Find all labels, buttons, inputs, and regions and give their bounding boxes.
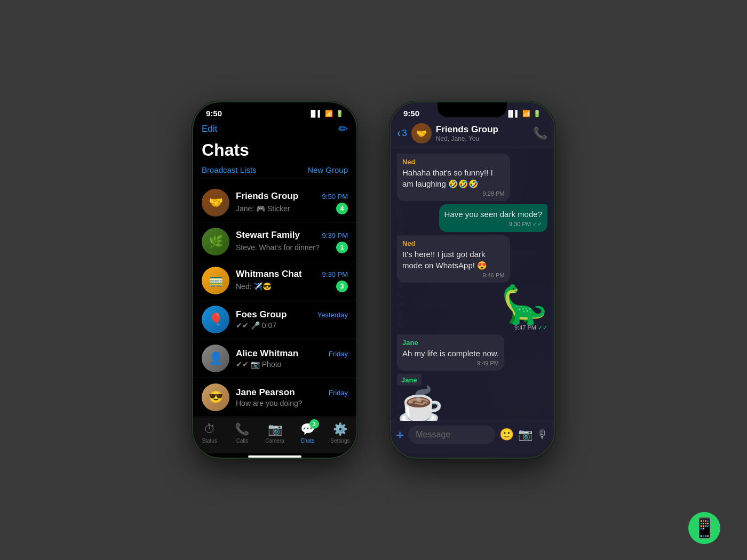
status-tab-icon: ⏱	[204, 422, 216, 436]
chats-title: Chats	[202, 140, 348, 160]
whatsapp-logo-icon: 📱	[693, 517, 717, 539]
msg-time-jane-1: 9:49 PM	[402, 360, 499, 366]
status-tab-label: Status	[202, 438, 217, 444]
chat-content-whitmans-chat: Whitmans Chat 9:30 PM Ned: ✈️😎 3	[236, 269, 348, 292]
checkmark-icon: ✓✓	[533, 221, 542, 227]
back-button[interactable]: ‹ 3	[397, 126, 407, 140]
chat-name-friends-group: Friends Group	[236, 191, 298, 202]
chat-content-stewart-family: Stewart Family 9:39 PM Steve: What's for…	[236, 230, 348, 253]
avatar-foes-group: 🎈	[202, 306, 229, 333]
message-input[interactable]: Message	[408, 426, 495, 444]
jane-label-text: Jane	[401, 376, 417, 384]
chat-detail-header: ‹ 3 🤝 Friends Group Ned, Jane, You 📞	[391, 120, 554, 148]
messages-area: Ned Hahaha that's so funny!! I am laughi…	[391, 148, 554, 421]
chat-time-alice-whitman: Friday	[329, 350, 348, 358]
chat-time-whitmans-chat: 9:30 PM	[322, 270, 348, 278]
notch	[240, 102, 309, 117]
sticker-coffee: ☕	[397, 388, 443, 421]
phone-2: 🎮🎵🎲🎭🎪🎨🎬🎯🎮🎵🎲🎭🎪🎨🎬🎯 🌟⭐💫✨🌟⭐💫✨🌟⭐💫✨🌟⭐💫✨ 🎮🎵🎲🎭🎪🎨…	[390, 101, 555, 459]
chat-content-foes-group: Foes Group Yesterday ✔✔ 🎤 0:07	[236, 309, 348, 330]
sticker-ned: 🦕 9:47 PM ✓✓	[501, 286, 547, 331]
chats-tab-badge: 3	[309, 419, 319, 429]
header-avatar: 🤝	[411, 123, 432, 143]
message-input-placeholder: Message	[416, 430, 450, 439]
chats-tab-badge-wrapper: 💬 3	[300, 422, 315, 436]
chat-preview-jane-pearson: How are you doing?	[236, 399, 348, 407]
header-group-name: Friends Group	[436, 124, 529, 135]
add-attachment-button[interactable]: +	[396, 427, 404, 443]
sticker-dinosaur: 🦕	[501, 286, 547, 323]
tab-chats[interactable]: 💬 3 Chats	[291, 422, 324, 444]
wifi-icon: 📶	[325, 110, 333, 117]
chat-item-alice-whitman[interactable]: 👤 Alice Whitman Friday ✔✔ 📷 Photo	[193, 339, 356, 378]
emoji-button[interactable]: 🙂	[499, 428, 514, 442]
header-info: Friends Group Ned, Jane, You	[436, 124, 529, 142]
chat-item-foes-group[interactable]: 🎈 Foes Group Yesterday ✔✔ 🎤 0:07	[193, 300, 356, 339]
microphone-button[interactable]: 🎙	[537, 428, 549, 442]
chats-header: Edit ✏ Chats Broadcast Lists New Group	[193, 120, 356, 183]
chats-tab-label: Chats	[300, 438, 314, 444]
signal-icon: ▐▌▌	[308, 110, 322, 117]
chat-time-stewart-family: 9:39 PM	[322, 231, 348, 239]
chat-item-whitmans-chat[interactable]: 🚃 Whitmans Chat 9:30 PM Ned: ✈️😎 3	[193, 261, 356, 300]
chat-preview-friends-group: Jane: 🎮 Sticker	[236, 204, 332, 213]
status-icons: ▐▌▌ 📶 🔋	[308, 110, 344, 117]
chat-name-alice-whitman: Alice Whitman	[236, 348, 298, 359]
status-time-2: 9:50	[403, 109, 419, 118]
signal-icon-2: ▐▌▌	[506, 110, 520, 117]
phone-1: 9:50 ▐▌▌ 📶 🔋 Edit ✏ Chats Broadca	[192, 101, 357, 459]
chat-preview-whitmans-chat: Ned: ✈️😎	[236, 282, 332, 291]
back-arrow-icon: ‹	[397, 126, 401, 140]
sticker-jane-wrapper: Jane ☕ 9:50 PM	[397, 374, 443, 421]
avatar-jane-pearson: 😎	[202, 383, 229, 411]
broadcast-lists-button[interactable]: Broadcast Lists	[202, 165, 257, 174]
chat-name-stewart-family: Stewart Family	[236, 230, 300, 241]
tab-settings[interactable]: ⚙️ Settings	[324, 422, 356, 444]
chat-time-friends-group: 9:50 PM	[322, 193, 348, 201]
message-3: Ned It's here!! I just got dark mode on …	[397, 235, 510, 283]
msg-text-sent-1: Have you seen dark mode?	[444, 209, 542, 220]
settings-tab-icon: ⚙️	[333, 422, 347, 436]
home-indicator-2	[446, 455, 499, 458]
status-icons-2: ▐▌▌ 📶 🔋	[506, 110, 541, 117]
chat-item-stewart-family[interactable]: 🌿 Stewart Family 9:39 PM Steve: What's f…	[193, 222, 356, 261]
input-bar: + Message 🙂 📷 🎙	[391, 421, 554, 453]
message-4: Jane Ah my life is complete now. 9:49 PM	[397, 334, 504, 371]
chat-content-jane-pearson: Jane Pearson Friday How are you doing?	[236, 387, 348, 407]
tab-status[interactable]: ⏱ Status	[193, 422, 226, 444]
chat-item-jane-pearson[interactable]: 😎 Jane Pearson Friday How are you doing?	[193, 378, 356, 417]
chat-item-friends-group[interactable]: 🤝 Friends Group 9:50 PM Jane: 🎮 Sticker …	[193, 183, 356, 222]
calls-tab-label: Calls	[236, 438, 248, 444]
chat-detail-screen: 🎮🎵🎲🎭🎪🎨🎬🎯🎮🎵🎲🎭🎪🎨🎬🎯 🌟⭐💫✨🌟⭐💫✨🌟⭐💫✨🌟⭐💫✨ 🎮🎵🎲🎭🎪🎨…	[391, 102, 554, 458]
msg-text-ned-2: It's here!! I just got dark mode on What…	[402, 249, 505, 271]
msg-text-jane-1: Ah my life is complete now.	[402, 348, 499, 359]
calls-tab-icon: 📞	[235, 422, 249, 436]
tab-camera[interactable]: 📷 Camera	[258, 422, 291, 444]
new-group-button[interactable]: New Group	[307, 165, 348, 174]
jane-label: Jane	[397, 374, 422, 386]
msg-sender-ned-1: Ned	[402, 158, 505, 166]
sticker-checkmark: ✓✓	[538, 324, 547, 331]
edit-button[interactable]: Edit	[202, 124, 217, 134]
chat-name-jane-pearson: Jane Pearson	[236, 387, 295, 398]
chat-name-foes-group: Foes Group	[236, 309, 287, 320]
chat-content-alice-whitman: Alice Whitman Friday ✔✔ 📷 Photo	[236, 348, 348, 369]
call-button[interactable]: 📞	[533, 126, 547, 140]
wifi-icon-2: 📶	[522, 110, 530, 117]
msg-time-sent-1: 9:30 PM ✓✓	[444, 221, 542, 228]
back-count: 3	[402, 128, 407, 139]
compose-button[interactable]: ✏	[338, 122, 348, 136]
chat-time-foes-group: Yesterday	[317, 311, 348, 319]
avatar-friends-group: 🤝	[202, 189, 229, 217]
settings-tab-label: Settings	[330, 438, 349, 444]
camera-tab-icon: 📷	[268, 422, 282, 436]
camera-tab-label: Camera	[265, 438, 284, 444]
notch-2	[438, 102, 507, 117]
home-indicator	[248, 455, 301, 458]
whatsapp-logo: 📱	[688, 512, 720, 544]
chat-name-whitmans-chat: Whitmans Chat	[236, 269, 302, 279]
tab-bar: ⏱ Status 📞 Calls 📷 Camera 💬 3	[193, 418, 356, 453]
avatar-whitmans-chat: 🚃	[202, 267, 229, 294]
camera-input-button[interactable]: 📷	[518, 428, 533, 442]
tab-calls[interactable]: 📞 Calls	[226, 422, 258, 444]
